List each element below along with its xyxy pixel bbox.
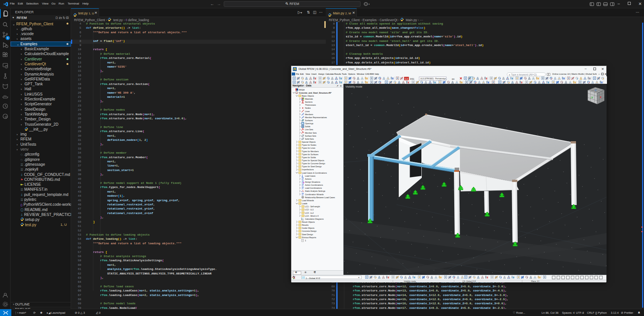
svg-text:-Z: -Z (594, 89, 597, 91)
svg-text:Members: Members (305, 113, 313, 116)
svg-text:Results: Results (302, 224, 309, 226)
svg-text:Sections: Sections (305, 101, 313, 103)
svg-text:Result Objects: Result Objects (302, 221, 315, 223)
svg-text:Nodes: Nodes (305, 107, 311, 109)
svg-text:Imperfections: Imperfections (302, 168, 314, 171)
svg-text:Combination Wizards: Combination Wizards (305, 193, 324, 196)
svg-text:Loads: Loads (302, 202, 308, 205)
svg-text:Materials: Materials (305, 98, 313, 100)
svg-text:Types for Surfaces: Types for Surfaces (302, 153, 319, 156)
svg-text:Action Combinations: Action Combinations (305, 184, 323, 186)
svg-text:LC3 - LL2: LC3 - LL2 (305, 212, 314, 214)
svg-text:Line Sets: Line Sets (305, 128, 313, 131)
svg-text:Steel Design: Steel Design (302, 233, 313, 236)
svg-text:Calculation Diagrams: Calculation Diagrams (305, 218, 324, 220)
svg-text:Member Representatives: Member Representatives (305, 116, 327, 119)
svg-text:Static Analysis Settings: Static Analysis Settings (305, 190, 325, 192)
svg-text:Actions: Actions (305, 178, 311, 180)
svg-text:Member Sets: Member Sets (305, 132, 317, 134)
svg-text:Lines: Lines (305, 110, 310, 113)
svg-text:ULS: ULS (405, 78, 409, 80)
svg-text:-Y: -Y (590, 96, 593, 99)
svg-text:Surface Sets: Surface Sets (305, 135, 316, 137)
svg-text:Surfaces: Surfaces (305, 119, 313, 122)
svg-text:LC1 - Self-weight: LC1 - Self-weight (305, 205, 320, 208)
svg-text:Load Cases: Load Cases (305, 175, 316, 177)
svg-text:Relationship Between Load Case: Relationship Between Load Cases (305, 196, 335, 199)
svg-text:LC2 - LL1: LC2 - LL1 (305, 208, 314, 211)
svg-text:Solids: Solids (305, 125, 311, 128)
svg-text:Concrete_and_Steel_Structure.r: Concrete_and_Steel_Structure.rf6* (299, 92, 332, 94)
svg-text:Types for Lines: Types for Lines (302, 147, 316, 149)
svg-text:Basic Objects: Basic Objects (302, 95, 314, 97)
svg-text:Types for Members: Types for Members (302, 150, 319, 153)
svg-text:Types for Solids: Types for Solids (302, 156, 316, 159)
svg-text:ULS (STR/GEO) - Permanent a...: ULS (STR/GEO) - Permanent a... (420, 78, 447, 80)
svg-text:Visibility mode: Visibility mode (345, 85, 362, 88)
svg-text:◂ ▸: ◂ ▸ (452, 78, 455, 80)
svg-text:LC4 - Wind in X: LC4 - Wind in X (305, 215, 319, 217)
svg-text:Printout Reports: Printout Reports (302, 236, 316, 239)
svg-text:Load Combinations: Load Combinations (305, 187, 322, 189)
svg-text:Openings: Openings (305, 122, 314, 125)
svg-text:Design Situations: Design Situations (305, 181, 320, 183)
svg-text:Types for Steel Design: Types for Steel Design (302, 165, 322, 168)
svg-text:1: 1 (305, 239, 306, 242)
svg-text:Load Cases & Combinations: Load Cases & Combinations (302, 172, 327, 174)
svg-text:Guide Objects: Guide Objects (302, 227, 314, 229)
svg-text:Load Wizards: Load Wizards (302, 199, 314, 202)
svg-text:X: X (600, 96, 602, 99)
svg-text:Types for Concrete Design: Types for Concrete Design (302, 162, 325, 165)
svg-text:Thicknesses: Thicknesses (305, 104, 316, 106)
svg-text:Types for Nodes: Types for Nodes (302, 144, 316, 146)
svg-text:Concrete Design: Concrete Design (302, 230, 317, 232)
svg-text:RFEM: RFEM (299, 89, 305, 91)
svg-text:Types for Special Objects: Types for Special Objects (302, 159, 324, 162)
svg-text:Special Objects: Special Objects (302, 141, 316, 143)
svg-text:DS1: DS1 (410, 78, 414, 80)
svg-text:Solid Sets: Solid Sets (305, 138, 314, 140)
